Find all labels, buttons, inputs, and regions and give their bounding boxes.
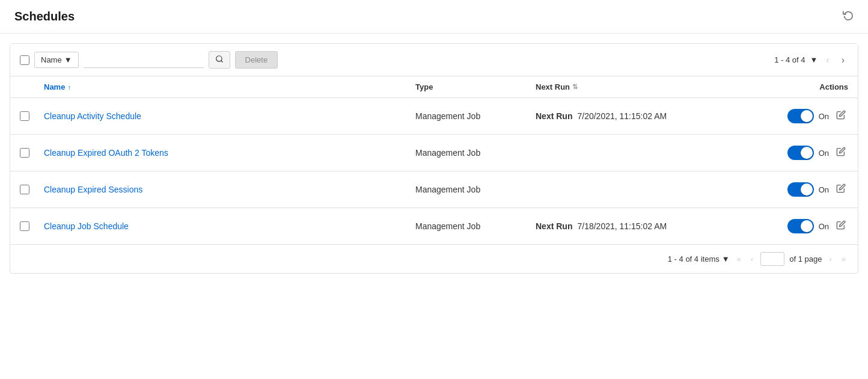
filter-dropdown[interactable]: Name ▼ <box>34 52 79 68</box>
row-1-next-run-label: Next Run <box>536 111 572 121</box>
next-page-button[interactable]: › <box>838 54 848 67</box>
row-3-edit-button[interactable] <box>834 181 848 198</box>
prev-page-footer-button[interactable]: ‹ <box>748 253 756 265</box>
row-3-type: Management Job <box>415 185 536 194</box>
first-page-button[interactable]: « <box>735 253 744 265</box>
table-row: Cleanup Activity Schedule Management Job… <box>10 98 858 135</box>
sort-asc-icon: ↑ <box>67 84 71 91</box>
row-3-actions: On <box>728 181 848 198</box>
per-page-chevron-icon[interactable]: ▼ <box>810 55 818 64</box>
row-3-toggle-label: On <box>819 185 829 194</box>
row-3-checkbox[interactable] <box>20 185 29 194</box>
row-1-toggle[interactable] <box>787 109 814 123</box>
row-2-actions: On <box>728 144 848 161</box>
table-row: Cleanup Expired OAuth 2 Tokens Managemen… <box>10 135 858 171</box>
table-header: Name ↑ Type Next Run ⇅ Actions <box>10 76 858 98</box>
row-4-edit-button[interactable] <box>834 218 848 235</box>
toolbar: Name ▼ Delete 1 - 4 of 4 ▼ ‹ › <box>10 44 858 76</box>
row-1-type: Management Job <box>415 111 536 121</box>
next-run-column-header[interactable]: Next Run ⇅ <box>536 82 728 91</box>
row-1-actions: On <box>728 108 848 125</box>
pagination-count: 1 - 4 of 4 <box>774 55 805 64</box>
filter-label: Name <box>41 55 62 64</box>
toolbar-left: Name ▼ Delete <box>20 51 774 69</box>
row-4-next-run-value: 7/18/2021, 11:15:02 AM <box>577 221 667 231</box>
items-per-page[interactable]: 1 - 4 of 4 items ▼ <box>668 254 730 263</box>
table-row: Cleanup Expired Sessions Management Job … <box>10 171 858 208</box>
row-1-next-run: Next Run 7/20/2021, 11:15:02 AM <box>536 111 728 121</box>
page-title: Schedules <box>14 10 75 23</box>
prev-page-button[interactable]: ‹ <box>822 54 833 67</box>
items-info: 1 - 4 of 4 items <box>668 254 720 263</box>
table-body: Cleanup Activity Schedule Management Job… <box>10 98 858 244</box>
row-1-checkbox[interactable] <box>20 111 29 121</box>
page-header: Schedules <box>0 0 868 34</box>
type-column-header[interactable]: Type <box>415 82 536 91</box>
row-1-toggle-label: On <box>819 112 829 121</box>
search-button[interactable] <box>209 51 230 69</box>
search-icon <box>215 55 224 63</box>
filter-chevron-icon: ▼ <box>64 55 72 64</box>
name-column-header[interactable]: Name ↑ <box>44 82 415 91</box>
toolbar-pagination: 1 - 4 of 4 ▼ ‹ › <box>774 54 848 67</box>
history-icon[interactable] <box>843 10 854 23</box>
svg-line-1 <box>221 61 222 63</box>
row-2-checkbox[interactable] <box>20 148 29 158</box>
row-1-edit-button[interactable] <box>834 108 848 125</box>
items-per-page-chevron-icon: ▼ <box>722 254 730 263</box>
row-4-toggle[interactable] <box>787 219 814 233</box>
last-page-button[interactable]: » <box>839 253 848 265</box>
row-2-edit-button[interactable] <box>834 144 848 161</box>
row-4-next-run-label: Next Run <box>536 221 572 231</box>
next-page-footer-button[interactable]: › <box>827 253 834 265</box>
delete-button[interactable]: Delete <box>235 51 278 69</box>
edit-icon <box>836 110 846 120</box>
row-1-next-run-value: 7/20/2021, 11:15:02 AM <box>577 111 667 121</box>
row-3-toggle[interactable] <box>787 182 814 197</box>
edit-icon <box>836 220 846 230</box>
page-of-label: of 1 page <box>789 254 822 263</box>
row-4-checkbox[interactable] <box>20 221 29 231</box>
row-4-actions: On <box>728 218 848 235</box>
row-4-type: Management Job <box>415 221 536 231</box>
select-all-checkbox[interactable] <box>20 55 29 65</box>
row-4-name[interactable]: Cleanup Job Schedule <box>44 221 415 231</box>
row-4-next-run: Next Run 7/18/2021, 11:15:02 AM <box>536 221 728 231</box>
content-area: Name ▼ Delete 1 - 4 of 4 ▼ ‹ › Name ↑ <box>10 43 858 274</box>
page-number-input[interactable]: 1 <box>760 252 784 266</box>
row-3-name[interactable]: Cleanup Expired Sessions <box>44 185 415 194</box>
search-input[interactable] <box>84 52 204 68</box>
row-2-toggle[interactable] <box>787 146 814 160</box>
edit-icon <box>836 147 846 156</box>
edit-icon <box>836 183 846 193</box>
footer-pagination: 1 - 4 of 4 items ▼ « ‹ 1 of 1 page › » <box>10 244 858 273</box>
row-2-toggle-label: On <box>819 149 829 158</box>
row-2-type: Management Job <box>415 148 536 158</box>
actions-column-header: Actions <box>728 82 848 91</box>
row-1-name[interactable]: Cleanup Activity Schedule <box>44 111 415 121</box>
table-row: Cleanup Job Schedule Management Job Next… <box>10 208 858 244</box>
sort-neutral-icon: ⇅ <box>572 83 578 91</box>
row-4-toggle-label: On <box>819 222 829 231</box>
row-2-name[interactable]: Cleanup Expired OAuth 2 Tokens <box>44 148 415 158</box>
